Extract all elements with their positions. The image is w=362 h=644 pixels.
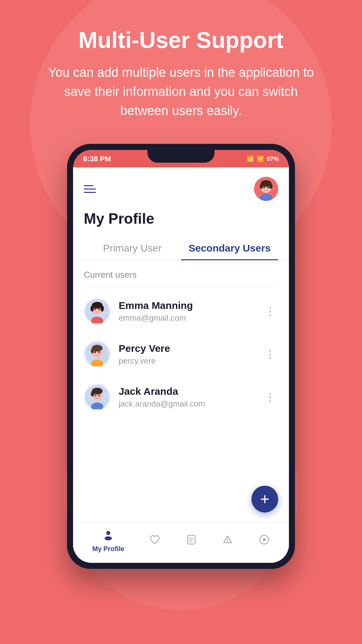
phone-notch — [147, 150, 215, 163]
phone-mockup: 6:38 PM 📶 🛜 97% — [67, 144, 295, 569]
tabs-container: Primary User Secondary Users — [73, 236, 289, 260]
hamburger-line-3 — [84, 192, 96, 193]
svg-point-20 — [91, 348, 94, 354]
user-avatar-emma — [84, 298, 111, 325]
user-name-emma: Emma Manning — [119, 300, 254, 311]
status-time: 6:38 PM — [83, 155, 111, 163]
user-name-percy: Percy Vere — [119, 343, 254, 354]
bottom-nav: My Profile — [73, 523, 289, 563]
user-more-button-emma[interactable]: ⋮ — [262, 302, 278, 320]
svg-marker-42 — [263, 538, 267, 542]
app-content: My Profile Primary User Secondary Users … — [73, 167, 289, 563]
user-info-emma: Emma Manning emma@gmail.com — [119, 300, 254, 323]
svg-point-40 — [227, 541, 228, 542]
user-more-button-percy[interactable]: ⋮ — [262, 345, 278, 363]
svg-point-4 — [260, 183, 263, 189]
nav-item-notes[interactable] — [186, 534, 197, 548]
tab-primary-user[interactable]: Primary User — [84, 236, 181, 260]
wifi-icon: 🛜 — [257, 155, 264, 163]
page-title-section: My Profile — [73, 208, 289, 236]
alerts-nav-icon — [222, 534, 233, 548]
svg-point-13 — [101, 306, 104, 312]
svg-point-5 — [269, 183, 273, 189]
hero-subtitle: You can add multiple users in the applic… — [44, 63, 318, 120]
svg-point-7 — [267, 187, 269, 189]
nav-item-alerts[interactable] — [222, 534, 233, 548]
tab-secondary-users[interactable]: Secondary Users — [181, 236, 278, 260]
signal-icon: 📶 — [247, 155, 254, 163]
header-avatar[interactable] — [254, 177, 278, 201]
section-divider — [84, 286, 278, 286]
svg-point-31 — [95, 395, 96, 396]
user-item-emma[interactable]: Emma Manning emma@gmail.com ⋮ — [73, 290, 289, 333]
play-nav-icon — [258, 534, 270, 548]
svg-point-22 — [99, 352, 100, 353]
user-item-percy[interactable]: Percy Vere percy.vere ⋮ — [73, 333, 289, 376]
user-info-percy: Percy Vere percy.vere — [119, 343, 254, 366]
empty-space — [73, 419, 289, 486]
user-avatar-percy — [84, 341, 111, 368]
nav-item-profile[interactable]: My Profile — [92, 529, 124, 553]
phone-outer-frame: 6:38 PM 📶 🛜 97% — [67, 144, 295, 569]
hamburger-menu-button[interactable] — [84, 185, 96, 193]
add-user-fab[interactable]: + — [251, 486, 278, 513]
notes-nav-icon — [186, 534, 197, 548]
hamburger-line-2 — [84, 189, 96, 190]
current-users-label: Current users — [73, 270, 289, 286]
nav-item-play[interactable] — [258, 534, 270, 548]
user-email-emma: emma@gmail.com — [119, 313, 254, 323]
svg-point-6 — [263, 187, 265, 189]
svg-point-32 — [99, 395, 100, 396]
svg-point-21 — [95, 352, 96, 353]
status-icons: 📶 🛜 97% — [247, 155, 279, 163]
user-name-jack: Jack Aranda — [119, 386, 254, 397]
nav-label-profile: My Profile — [92, 545, 124, 553]
health-nav-icon — [149, 534, 161, 548]
user-info-jack: Jack Aranda jack.aranda@gmail.com — [119, 386, 254, 409]
user-email-jack: jack.aranda@gmail.com — [119, 399, 254, 409]
app-header — [73, 167, 289, 208]
page-title: My Profile — [84, 210, 278, 227]
user-item-jack[interactable]: Jack Aranda jack.aranda@gmail.com ⋮ — [73, 376, 289, 419]
nav-item-health[interactable] — [149, 534, 161, 548]
user-list: Emma Manning emma@gmail.com ⋮ — [73, 290, 289, 419]
svg-point-12 — [90, 306, 94, 312]
profile-nav-icon — [103, 529, 114, 543]
hero-title: Multi-User Support — [78, 27, 284, 53]
svg-point-34 — [105, 536, 112, 540]
fab-container: + — [73, 486, 289, 523]
battery-indicator: 97% — [267, 156, 279, 163]
svg-point-14 — [95, 309, 96, 310]
svg-point-33 — [106, 531, 110, 535]
user-more-button-jack[interactable]: ⋮ — [262, 388, 278, 406]
phone-screen: 6:38 PM 📶 🛜 97% — [73, 150, 289, 563]
user-avatar-jack — [84, 384, 111, 411]
hamburger-line-1 — [84, 185, 93, 186]
svg-point-15 — [99, 309, 100, 310]
user-email-percy: percy.vere — [119, 356, 254, 366]
